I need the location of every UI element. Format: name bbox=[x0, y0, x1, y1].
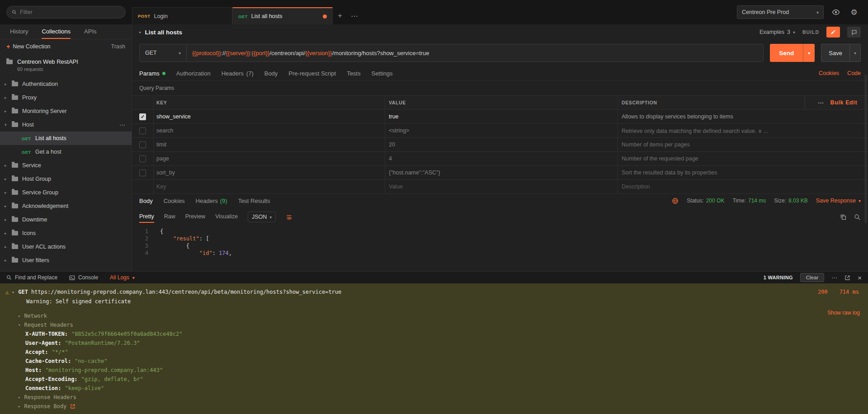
cookies-link[interactable]: Cookies bbox=[819, 70, 839, 76]
send-options-button[interactable]: ▾ bbox=[803, 44, 815, 62]
save-button[interactable]: Save bbox=[821, 44, 849, 61]
tab-headers[interactable]: Headers(7) bbox=[222, 70, 254, 77]
tab-history[interactable]: History bbox=[10, 24, 28, 39]
tab-pre-request-script[interactable]: Pre-request Script bbox=[288, 70, 336, 77]
new-collection-button[interactable]: + New Collection bbox=[6, 43, 51, 50]
tab-response-cookies[interactable]: Cookies bbox=[164, 198, 185, 204]
tab-response-headers[interactable]: Headers(9) bbox=[196, 198, 227, 204]
row-checkbox[interactable]: ✓ bbox=[139, 113, 146, 120]
view-preview[interactable]: Preview bbox=[185, 211, 205, 223]
filter-box[interactable] bbox=[6, 6, 126, 19]
new-tab-button[interactable]: + bbox=[333, 7, 347, 24]
collection-item[interactable]: Centreon Web RestAPI 60 requests bbox=[0, 54, 132, 75]
param-key[interactable]: search bbox=[154, 124, 385, 137]
tab-response-body[interactable]: Body bbox=[139, 198, 153, 204]
row-checkbox[interactable] bbox=[139, 155, 146, 162]
param-value[interactable]: 4 bbox=[385, 152, 618, 165]
comments-button[interactable] bbox=[847, 27, 861, 38]
scrollbar[interactable] bbox=[864, 74, 867, 223]
folder-service[interactable]: ▸Service bbox=[0, 159, 132, 172]
tab-params[interactable]: Params bbox=[139, 70, 165, 77]
folder-options-button[interactable]: ⋯ bbox=[119, 122, 125, 128]
view-raw[interactable]: Raw bbox=[164, 211, 175, 223]
folder-icons[interactable]: ▸Icons bbox=[0, 226, 132, 240]
save-response-button[interactable]: Save Response ▾ bbox=[816, 198, 861, 204]
param-key[interactable]: sort_by bbox=[154, 166, 385, 179]
folder-service-group[interactable]: ▸Service Group bbox=[0, 186, 132, 199]
log-filter-dropdown[interactable]: All Logs ▾ bbox=[110, 274, 135, 281]
search-response-button[interactable] bbox=[854, 214, 861, 221]
environment-quick-look-button[interactable] bbox=[830, 6, 842, 18]
param-key[interactable]: page bbox=[154, 152, 385, 165]
folder-user-filters[interactable]: ▸User filters bbox=[0, 254, 132, 267]
wrap-lines-button[interactable] bbox=[286, 214, 292, 221]
open-console-window-button[interactable] bbox=[844, 275, 850, 281]
open-response-body-button[interactable] bbox=[70, 404, 75, 409]
tab-apis[interactable]: APIs bbox=[84, 24, 96, 39]
log-entry-request-line[interactable]: ⚠ ▸ GET https://monitoring-preprod.compa… bbox=[5, 287, 861, 297]
folder-proxy[interactable]: ▸Proxy bbox=[0, 91, 132, 104]
tab-authorization[interactable]: Authorization bbox=[176, 70, 211, 77]
table-options-button[interactable]: ⋯ bbox=[818, 99, 824, 106]
trash-link[interactable]: Trash bbox=[111, 43, 126, 50]
view-pretty[interactable]: Pretty bbox=[139, 211, 154, 223]
folder-acknowledgement[interactable]: ▸Acknowledgement bbox=[0, 199, 132, 213]
folder-user-acl-actions[interactable]: ▸User ACL actions bbox=[0, 240, 132, 254]
tab-test-results[interactable]: Test Results bbox=[238, 198, 270, 204]
clear-console-button[interactable]: Clear bbox=[800, 273, 824, 282]
param-key-placeholder[interactable]: Key bbox=[154, 180, 385, 193]
log-section-response-headers[interactable]: ▸ Response Headers bbox=[5, 393, 861, 402]
environment-select[interactable]: Centreon Pre Prod ▾ bbox=[737, 5, 824, 19]
log-section-response-body[interactable]: ▸ Response Body bbox=[5, 402, 861, 411]
filter-input[interactable] bbox=[20, 9, 120, 15]
row-checkbox[interactable] bbox=[139, 127, 146, 134]
close-console-button[interactable]: × bbox=[858, 274, 862, 282]
folder-host-group[interactable]: ▸Host Group bbox=[0, 172, 132, 186]
save-options-button[interactable]: ▾ bbox=[849, 44, 860, 61]
code-link[interactable]: Code bbox=[847, 70, 861, 76]
method-select[interactable]: GET ▾ bbox=[140, 44, 187, 61]
folder-monitoring-server[interactable]: ▸Monitoring Server bbox=[0, 104, 132, 118]
param-key[interactable]: limit bbox=[154, 138, 385, 151]
param-description-placeholder[interactable]: Description bbox=[618, 180, 868, 193]
folder-downtime[interactable]: ▸Downtime bbox=[0, 213, 132, 226]
language-select[interactable]: JSON ▾ bbox=[248, 212, 276, 222]
param-description[interactable]: Number of items per pages bbox=[618, 138, 868, 151]
chevron-right-icon[interactable]: ▸ bbox=[139, 30, 142, 34]
param-key[interactable]: show_service bbox=[154, 110, 385, 123]
log-section-network[interactable]: ▸ Network bbox=[5, 311, 861, 320]
view-visualize[interactable]: Visualize bbox=[215, 211, 238, 223]
environment-settings-button[interactable]: ⚙ bbox=[848, 6, 860, 18]
tab-body[interactable]: Body bbox=[264, 70, 278, 77]
tab-collections[interactable]: Collections bbox=[42, 24, 71, 39]
param-description[interactable]: Number of the requested page bbox=[618, 152, 868, 165]
folder-authentication[interactable]: ▸Authentication bbox=[0, 77, 132, 91]
chevron-right-icon[interactable]: ▸ bbox=[12, 290, 14, 294]
bulk-edit-link[interactable]: Bulk Edit bbox=[830, 99, 858, 106]
log-section-request-headers[interactable]: ▾ Request Headers bbox=[5, 320, 861, 329]
console-tab[interactable]: Console bbox=[69, 274, 98, 281]
tab-list-all-hosts[interactable]: GET List all hosts bbox=[232, 7, 333, 24]
param-description[interactable]: Retrieve only data matching the defined … bbox=[618, 124, 868, 137]
console-options-button[interactable]: ⋯ bbox=[831, 274, 837, 281]
show-raw-log-link[interactable]: Show raw log bbox=[827, 310, 860, 316]
request-get-a-host[interactable]: GETGet a host bbox=[0, 145, 132, 159]
request-list-all-hosts[interactable]: GETList all hosts bbox=[0, 132, 132, 145]
param-description[interactable]: Sort the resulted data by its properties bbox=[618, 166, 868, 179]
tab-login[interactable]: POST Login bbox=[132, 7, 232, 24]
edit-button[interactable] bbox=[826, 27, 840, 38]
tab-options-button[interactable]: ⋯ bbox=[347, 7, 362, 24]
send-button[interactable]: Send bbox=[770, 44, 803, 62]
param-value[interactable]: 20 bbox=[385, 138, 618, 151]
param-value[interactable]: true bbox=[385, 110, 618, 123]
folder-host[interactable]: ▾Host⋯ bbox=[0, 118, 132, 132]
param-value-placeholder[interactable]: Value bbox=[385, 180, 618, 193]
row-checkbox[interactable] bbox=[139, 169, 146, 176]
param-value[interactable]: {"host.name":"ASC"} bbox=[385, 166, 618, 179]
copy-button[interactable] bbox=[840, 214, 847, 221]
param-description[interactable]: Allows to display services belonging to … bbox=[618, 110, 868, 123]
network-info-icon[interactable] bbox=[672, 198, 679, 204]
param-value[interactable]: <string> bbox=[385, 124, 618, 137]
examples-dropdown[interactable]: Examples 3 ▾ bbox=[760, 29, 795, 35]
url-input[interactable]: {{protocol}}://{{server}}:{{port}}/centr… bbox=[187, 50, 434, 56]
